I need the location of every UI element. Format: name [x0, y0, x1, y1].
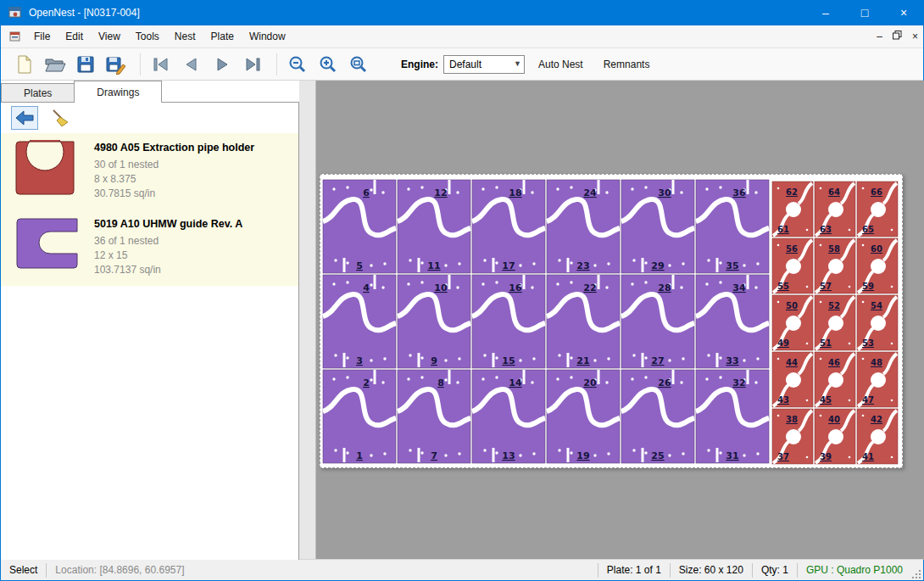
part-number[interactable]: 63: [820, 225, 832, 234]
nested-part-pair-purple[interactable]: 3635: [696, 180, 769, 273]
part-number[interactable]: 61: [777, 225, 789, 234]
nested-part-pair-purple[interactable]: 2625: [621, 370, 694, 463]
nested-part-pair-red[interactable]: 6261: [772, 182, 813, 237]
mdi-restore-button[interactable]: [893, 31, 902, 42]
nested-part-pair-red[interactable]: 5655: [772, 238, 813, 293]
nested-part-pair-purple[interactable]: 2827: [621, 275, 694, 368]
nested-part-pair-red[interactable]: 4645: [815, 352, 855, 407]
zoom-in-button[interactable]: [314, 52, 342, 77]
part-number[interactable]: 2: [363, 377, 370, 388]
part-number[interactable]: 28: [658, 282, 671, 293]
part-number[interactable]: 41: [862, 452, 874, 461]
part-number[interactable]: 62: [786, 187, 798, 197]
part-number[interactable]: 52: [828, 301, 840, 310]
auto-nest-button[interactable]: Auto Nest: [532, 55, 590, 74]
part-number[interactable]: 42: [871, 415, 882, 424]
part-number[interactable]: 16: [509, 282, 522, 293]
part-number[interactable]: 30: [658, 187, 671, 198]
part-number[interactable]: 18: [509, 187, 521, 198]
part-number[interactable]: 64: [828, 187, 840, 197]
plate[interactable]: 6512111817242330293635431091615222128273…: [320, 174, 903, 468]
part-number[interactable]: 7: [431, 450, 437, 461]
part-number[interactable]: 49: [777, 338, 789, 348]
part-number[interactable]: 36: [732, 187, 746, 198]
part-number[interactable]: 31: [726, 450, 738, 461]
part-number[interactable]: 40: [828, 415, 840, 424]
minimize-button[interactable]: –: [806, 0, 845, 25]
part-number[interactable]: 26: [658, 377, 671, 388]
part-number[interactable]: 65: [862, 225, 874, 234]
nested-part-pair-red[interactable]: 5251: [815, 295, 855, 350]
nested-part-pair-purple[interactable]: 3231: [696, 370, 769, 463]
part-number[interactable]: 43: [777, 395, 789, 405]
zoom-fit-button[interactable]: [345, 52, 372, 77]
part-number[interactable]: 21: [576, 355, 589, 366]
nested-part-pair-purple[interactable]: 21: [323, 370, 396, 463]
nested-part-pair-purple[interactable]: 1817: [472, 180, 545, 273]
save-button[interactable]: [72, 52, 99, 77]
go-next-button[interactable]: [209, 52, 236, 77]
part-number[interactable]: 46: [828, 358, 840, 367]
part-number[interactable]: 48: [871, 358, 882, 367]
nested-part-pair-purple[interactable]: 3433: [696, 275, 769, 368]
part-number[interactable]: 25: [651, 450, 664, 461]
nested-part-pair-purple[interactable]: 65: [323, 180, 396, 273]
mdi-close-button[interactable]: ×: [912, 32, 918, 41]
menu-tools[interactable]: Tools: [128, 27, 167, 46]
save-as-button[interactable]: [103, 52, 130, 77]
part-number[interactable]: 44: [786, 358, 798, 367]
replace-drawing-button[interactable]: [11, 106, 38, 130]
nested-part-pair-red[interactable]: 4039: [815, 409, 855, 464]
part-number[interactable]: 9: [431, 355, 437, 366]
part-number[interactable]: 47: [862, 395, 874, 405]
part-number[interactable]: 38: [786, 415, 798, 424]
go-first-button[interactable]: [148, 52, 175, 77]
part-number[interactable]: 20: [583, 377, 597, 388]
menu-edit[interactable]: Edit: [58, 27, 91, 46]
nested-part-pair-red[interactable]: 5453: [857, 295, 898, 350]
part-number[interactable]: 3: [356, 355, 363, 366]
part-number[interactable]: 1: [356, 450, 363, 461]
nested-part-pair-purple[interactable]: 1211: [398, 180, 470, 273]
new-file-button[interactable]: [11, 52, 38, 77]
nested-part-pair-purple[interactable]: 43: [323, 275, 396, 368]
nested-part-pair-red[interactable]: 5049: [772, 295, 813, 350]
part-number[interactable]: 24: [583, 187, 597, 198]
nested-part-pair-purple[interactable]: 1615: [472, 275, 545, 368]
nested-part-pair-red[interactable]: 6059: [857, 238, 898, 293]
nested-part-pair-purple[interactable]: 1413: [472, 370, 545, 463]
part-number[interactable]: 8: [437, 377, 444, 388]
nested-part-pair-red[interactable]: 3837: [772, 409, 813, 464]
menu-window[interactable]: Window: [242, 27, 293, 46]
nested-part-pair-purple[interactable]: 87: [398, 370, 470, 463]
drawing-item[interactable]: 5019 A10 UHMW guide Rev. A 36 of 1 neste…: [1, 209, 298, 286]
part-number[interactable]: 58: [828, 244, 840, 254]
menu-view[interactable]: View: [91, 27, 128, 46]
mdi-minimize-button[interactable]: –: [877, 32, 882, 41]
part-number[interactable]: 23: [576, 260, 589, 271]
part-number[interactable]: 11: [427, 260, 440, 271]
part-number[interactable]: 14: [509, 377, 522, 388]
part-number[interactable]: 13: [502, 450, 515, 461]
nested-part-pair-purple[interactable]: 3029: [621, 180, 694, 273]
part-number[interactable]: 12: [434, 187, 447, 198]
nested-part-pair-red[interactable]: 4241: [857, 409, 898, 464]
resize-grip[interactable]: [911, 560, 923, 580]
tab-drawings[interactable]: Drawings: [74, 81, 162, 103]
part-number[interactable]: 45: [820, 395, 832, 405]
part-number[interactable]: 37: [777, 452, 789, 461]
part-number[interactable]: 5: [356, 260, 363, 271]
part-number[interactable]: 54: [871, 301, 882, 310]
part-number[interactable]: 57: [820, 282, 832, 291]
part-number[interactable]: 17: [502, 260, 515, 271]
part-number[interactable]: 22: [583, 282, 596, 293]
menu-plate[interactable]: Plate: [203, 27, 242, 46]
tab-plates[interactable]: Plates: [1, 83, 75, 103]
maximize-button[interactable]: □: [845, 0, 884, 25]
part-number[interactable]: 10: [434, 282, 448, 293]
part-number[interactable]: 66: [871, 187, 882, 197]
drawing-item[interactable]: 4980 A05 Extraction pipe holder 30 of 1 …: [1, 133, 298, 209]
nested-part-pair-red[interactable]: 6665: [857, 182, 898, 237]
part-number[interactable]: 4: [363, 282, 370, 293]
close-button[interactable]: ×: [884, 0, 923, 25]
